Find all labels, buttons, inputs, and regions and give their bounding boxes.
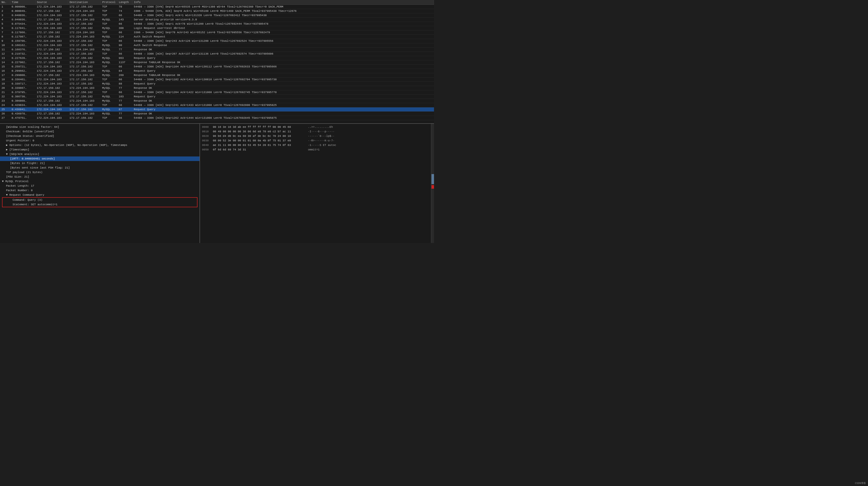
scrollbar-thumb[interactable] [432, 174, 434, 184]
hex-ascii: ..>=.........Eh [308, 125, 333, 129]
table-row[interactable]: 210.379795…172.224.194.183172.17.150.182… [0, 90, 434, 95]
table-row[interactable]: 170.299808…172.17.150.182172.224.194.183… [0, 73, 434, 77]
table-cell: Response OK [132, 112, 434, 116]
table-cell: 21 [0, 90, 10, 95]
col-header-time[interactable]: Time [10, 0, 35, 5]
table-cell: 66 [117, 103, 132, 107]
table-row[interactable]: 80.117987…172.17.150.182172.224.194.183M… [0, 35, 434, 39]
table-cell: 172.17.150.182 [68, 69, 101, 73]
detail-line: ▼ [SEQ/ACK analysis] [0, 152, 199, 157]
table-cell: MySQL [101, 82, 117, 86]
table-cell: MySQL [101, 107, 117, 112]
table-row[interactable]: 120.219732…172.224.194.183172.17.150.182… [0, 52, 434, 56]
table-cell: 172.17.150.182 [68, 22, 101, 26]
table-cell: 10 [0, 43, 10, 47]
table-cell: 0.040036… [10, 13, 35, 18]
table-cell: TCP [101, 116, 117, 120]
table-row[interactable]: 180.336461…172.224.194.183172.17.150.182… [0, 77, 434, 82]
table-cell: 172.224.194.183 [35, 22, 68, 26]
table-cell: 172.224.194.183 [68, 30, 101, 35]
col-header-length[interactable]: Length [117, 0, 132, 5]
hex-bytes: 6f 6d 6d 69 74 3d 31 [213, 148, 306, 152]
table-cell: 172.224.194.183 [68, 99, 101, 103]
table-cell: 23 [0, 99, 10, 103]
col-header-info[interactable]: Info [132, 0, 434, 5]
table-cell: 0.040036… [10, 18, 35, 22]
table-cell: 172.17.150.182 [35, 60, 68, 65]
table-row[interactable]: 70.117866…172.17.150.182172.224.194.183T… [0, 30, 434, 35]
table-cell: 172.224.194.183 [68, 86, 101, 90]
hex-offset: 0040 [202, 143, 211, 147]
table-cell: Response TABULAR Response OK [132, 60, 434, 65]
table-cell: MySQL [101, 95, 117, 99]
table-row[interactable]: 190.339717…172.224.194.183172.17.150.182… [0, 82, 434, 86]
hex-line: 003008 00 52 3e 00 00 01 01 08 0a 4b 8f … [200, 138, 431, 143]
table-cell: MySQL [101, 99, 117, 103]
table-cell: 172.17.150.182 [68, 52, 101, 56]
table-cell: 0.117866… [10, 30, 35, 35]
hex-bytes: ae 31 11 00 00 00 03 53 45 54 20 61 75 7… [213, 143, 306, 147]
table-cell: 54488 → 3306 [ACK] Seq=1164 Ack=1208 Win… [132, 65, 434, 69]
table-cell: TCP [101, 103, 117, 107]
table-row[interactable]: 220.386730…172.224.194.183172.17.150.182… [0, 95, 434, 99]
table-row[interactable]: 60.117841…172.224.194.183172.17.150.182M… [0, 26, 434, 30]
table-cell: 172.17.150.182 [68, 56, 101, 60]
table-row[interactable]: 160.299662…172.224.194.183172.17.150.182… [0, 69, 434, 73]
table-row[interactable]: 50.075434…172.224.194.183172.17.150.182T… [0, 22, 434, 26]
table-row[interactable]: 10.000000…172.224.194.183172.17.150.182T… [0, 5, 434, 9]
hex-offset: 0030 [202, 139, 211, 142]
table-row[interactable]: 260.436978…172.17.150.182172.224.194.183… [0, 112, 434, 116]
col-header-no[interactable]: No. [0, 0, 10, 5]
hex-line: 000000 16 3e 16 3d ab ee ff ff ff ff ff … [200, 125, 431, 129]
table-row[interactable]: 150.259721…172.224.194.183172.17.150.182… [0, 65, 434, 69]
table-cell: 172.224.194.183 [35, 90, 68, 95]
table-row[interactable]: 100.168162…172.224.194.183172.17.150.182… [0, 43, 434, 47]
table-row[interactable]: 20.000049…172.17.150.182172.224.194.183T… [0, 9, 434, 13]
table-cell: Request Query [132, 56, 434, 60]
table-cell: 172.224.194.183 [35, 26, 68, 30]
hex-ascii: ommit=1 [308, 148, 319, 152]
table-row[interactable]: 240.429834…172.224.194.183172.17.150.182… [0, 103, 434, 107]
table-cell: 0.339867… [10, 86, 35, 90]
table-cell: 0.259721… [10, 65, 35, 69]
table-row[interactable]: 270.479751…172.224.194.183172.17.150.182… [0, 116, 434, 120]
table-row[interactable]: 110.168376…172.17.150.182172.224.194.183… [0, 47, 434, 52]
table-cell: 172.224.194.183 [35, 77, 68, 82]
table-cell: MySQL [101, 73, 117, 77]
table-cell: TCP [101, 65, 117, 69]
table-cell: 66 [117, 77, 132, 82]
detail-line: Urgent Pointer: 0 [0, 138, 199, 143]
table-cell: 172.17.150.182 [68, 116, 101, 120]
table-cell: 0.299808… [10, 73, 35, 77]
table-cell: Auth Switch Request [132, 35, 434, 39]
hex-ascii: ······`0···lp$·· [308, 134, 335, 138]
table-cell: 172.17.150.182 [35, 112, 68, 116]
table-cell: 172.17.150.182 [68, 65, 101, 69]
col-header-protocol[interactable]: Protocol [101, 0, 117, 5]
table-row[interactable]: 30.040036…172.224.194.183172.17.150.182T… [0, 13, 434, 18]
table-cell: 66 [117, 30, 132, 35]
table-row[interactable]: 230.386860…172.17.150.182172.224.194.183… [0, 99, 434, 103]
table-row[interactable]: 130.227628…172.224.194.183172.17.150.182… [0, 56, 434, 60]
col-header-source[interactable]: Source [35, 0, 68, 5]
scrollbar[interactable] [431, 124, 434, 243]
table-row[interactable]: 200.339867…172.17.150.182172.224.194.183… [0, 86, 434, 90]
table-cell: TCP [101, 5, 117, 9]
table-cell: 4 [0, 18, 10, 22]
table-cell: 172.224.194.183 [35, 116, 68, 120]
table-cell: 172.17.150.182 [35, 30, 68, 35]
table-cell: 172.17.150.182 [68, 77, 101, 82]
table-cell: MySQL [101, 18, 117, 22]
table-row[interactable]: 140.227902…172.17.150.182172.224.194.183… [0, 60, 434, 65]
detail-panel: [Window size scaling factor: 64]Checksum… [0, 124, 200, 243]
table-cell: Login Request user=test db=test [132, 26, 434, 30]
hex-bytes: 00 49 00 00 00 00 36 06 0d e8 70 e0 c2 b… [213, 130, 306, 134]
table-cell: 5 [0, 22, 10, 26]
table-row[interactable]: 40.040036…172.17.150.182172.224.194.183M… [0, 18, 434, 22]
col-header-destination[interactable]: Destination [68, 0, 101, 5]
table-row[interactable]: 90.159706…172.224.194.183172.17.150.182T… [0, 39, 434, 43]
bottom-section: [Window size scaling factor: 64]Checksum… [0, 123, 434, 243]
table-row[interactable]: 250.436841…172.224.194.183172.17.150.182… [0, 107, 434, 112]
table-cell: 3306 → 54488 [ACK] Seq=78 Ack=243 Win=65… [132, 30, 434, 35]
table-cell: 7 [0, 30, 10, 35]
